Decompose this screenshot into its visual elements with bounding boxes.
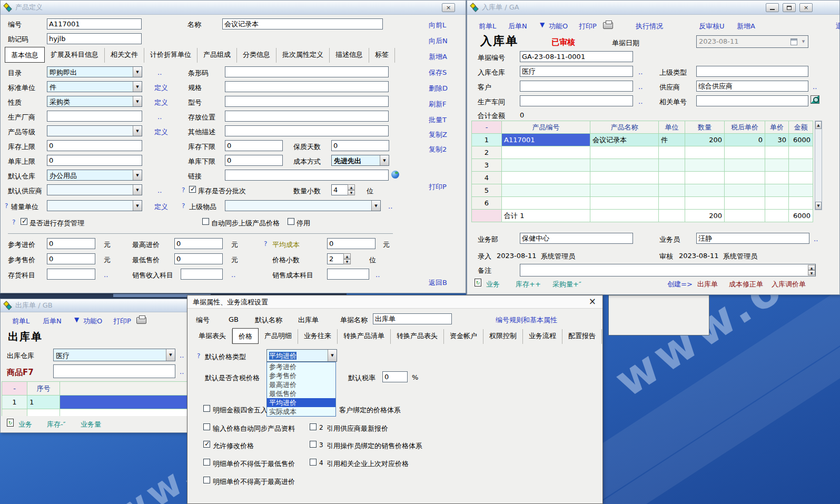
toolbar-functions[interactable]: 功能O <box>83 317 102 326</box>
close-icon[interactable]: × <box>589 296 596 307</box>
toolbar-unaudit[interactable]: 反审核U <box>699 22 725 31</box>
action-print[interactable]: 打印P <box>429 182 447 192</box>
toolbar-execution[interactable]: 执行情况 <box>636 22 663 31</box>
col-select[interactable]: - <box>2 382 27 396</box>
spec-input[interactable] <box>225 81 389 92</box>
round-checkbox[interactable] <box>203 405 210 412</box>
chevron-down-icon[interactable]: ▼ <box>133 126 142 136</box>
ref-sell-input[interactable] <box>47 253 95 264</box>
refresh-doc-icon[interactable]: ↻ <box>7 419 14 427</box>
tab-price[interactable]: 价格 <box>232 328 259 344</box>
dropdown-item-selected[interactable]: 平均进价 <box>267 398 335 407</box>
sync-price-checkbox[interactable] <box>202 218 209 225</box>
note-input[interactable] <box>520 264 816 276</box>
date-picker[interactable]: 2023-08-11 ▼ <box>696 35 808 48</box>
tab-permission[interactable]: 权限控制 <box>483 329 523 344</box>
clerk-input[interactable] <box>696 233 809 244</box>
doc-name-input[interactable] <box>373 313 452 324</box>
footer-stock-link[interactable]: 库存-″ <box>47 420 66 429</box>
tab-workflow[interactable]: 业务流程 <box>523 329 562 344</box>
cost-subject-input[interactable] <box>327 269 369 280</box>
printer-icon[interactable] <box>603 22 613 29</box>
stock-upper-input[interactable] <box>47 140 142 151</box>
other-desc-input[interactable] <box>225 125 389 136</box>
batch-help[interactable]: ? <box>182 186 185 194</box>
action-save[interactable]: 保存S <box>429 68 447 77</box>
warehouse-combo[interactable]: 医疗▼ <box>53 349 175 361</box>
tab-description-info[interactable]: 描述信息 <box>330 48 369 63</box>
action-add[interactable]: 新增A <box>429 52 447 62</box>
action-back[interactable]: 返回B <box>429 278 447 288</box>
table-row[interactable]: 2 <box>472 146 813 159</box>
tab-label[interactable]: 标签 <box>369 48 395 63</box>
toolbar-prev[interactable]: 前单L <box>479 22 496 31</box>
barcode-input[interactable] <box>225 66 389 77</box>
manufacturer-browse-link[interactable]: .. <box>157 113 162 121</box>
toolbar-print[interactable]: 打印P <box>113 317 131 326</box>
toolbar-next[interactable]: 后单N <box>508 22 527 31</box>
col-price[interactable]: 单价 <box>765 121 789 134</box>
catalog-browse-link[interactable]: .. <box>157 68 162 76</box>
supplier-input[interactable] <box>696 81 808 92</box>
parent-type-input[interactable] <box>696 66 808 77</box>
mnemonic-input[interactable] <box>47 33 142 44</box>
qty-decimal-input[interactable] <box>331 184 348 195</box>
chevron-down-icon[interactable]: ▼ <box>133 67 142 77</box>
stock-subject-input[interactable] <box>47 269 95 280</box>
table-row[interactable]: 3 <box>472 159 813 172</box>
toolbar-functions[interactable]: 功能O <box>549 22 568 31</box>
action-copy1[interactable]: 复制Z <box>429 130 447 140</box>
aux-unit-define-link[interactable]: 定义 <box>154 202 168 212</box>
max-price-checkbox[interactable] <box>203 477 210 483</box>
col-amount[interactable]: 金额 <box>789 121 813 134</box>
stock-subject-browse[interactable]: .. <box>104 271 108 279</box>
col-product-name[interactable]: 产品名称 <box>590 121 659 134</box>
price-type-combo[interactable]: 平均进价 ▼ <box>266 349 337 362</box>
refresh-doc-icon[interactable]: ↻ <box>475 279 481 286</box>
dropdown-item[interactable]: 参考进价 <box>267 362 335 371</box>
avg-cost-input[interactable] <box>327 238 375 249</box>
income-subject-browse[interactable]: .. <box>231 271 235 279</box>
price-decimal-stepper[interactable]: ▲▼ <box>343 253 351 264</box>
create-label[interactable]: 创建=> <box>667 280 693 289</box>
footer-purchase-link[interactable]: 采购量+″ <box>552 280 581 289</box>
nature-define-link[interactable]: 定义 <box>154 98 168 107</box>
customer-input[interactable] <box>520 81 633 92</box>
tab-basic-info[interactable]: 基本信息 <box>5 47 45 63</box>
warehouse-input[interactable] <box>520 66 633 77</box>
parent-item-browse-link[interactable]: .. <box>388 202 392 210</box>
action-prev[interactable]: 向前L <box>429 21 446 30</box>
create-cost-fix-link[interactable]: 成本修正单 <box>729 280 763 289</box>
model-input[interactable] <box>225 96 389 107</box>
product-titlebar[interactable]: 产品定义 × <box>1 1 466 15</box>
warehouse-browse[interactable]: .. <box>180 351 184 359</box>
batch-checkbox[interactable] <box>189 186 196 193</box>
close-button[interactable]: × <box>442 3 455 12</box>
tab-batch-attributes[interactable]: 批次属性定义 <box>276 48 330 63</box>
chevron-down-icon[interactable]: ▼ <box>380 155 389 165</box>
chevron-down-icon[interactable]: ▼ <box>133 201 142 211</box>
printer-icon[interactable] <box>136 317 146 324</box>
tab-report-config[interactable]: 配置报告 <box>562 329 602 344</box>
location-input[interactable] <box>225 111 389 122</box>
table-scrollbar[interactable]: ▲ ▼ <box>815 121 822 210</box>
qty-decimal-stepper[interactable]: ▲▼ <box>348 184 355 195</box>
table-row[interactable]: 1 A117001 会议记录本 件 200 0 30 6000 <box>472 134 813 146</box>
dialog-titlebar[interactable]: 单据属性、业务流程设置 × <box>187 295 602 309</box>
tab-business-contacts[interactable]: 业务往来 <box>298 329 338 344</box>
warehouse-browse[interactable]: .. <box>638 68 643 76</box>
tab-extended-info[interactable]: 扩展及科目信息 <box>45 48 105 63</box>
link-input[interactable] <box>225 170 389 181</box>
dropdown-item[interactable]: 实际成本 <box>267 407 335 416</box>
restore-button[interactable] <box>783 3 796 12</box>
default-warehouse-combo[interactable]: 办公用品▼ <box>47 170 142 181</box>
supplier-quote-checkbox[interactable] <box>310 423 317 430</box>
chevron-down-icon[interactable]: ▼ <box>133 170 142 180</box>
magnifier-icon[interactable] <box>811 95 819 104</box>
catalog-combo[interactable]: 即购即出▼ <box>47 66 142 77</box>
income-subject-input[interactable] <box>181 269 223 280</box>
cost-method-combo[interactable]: 先进先出▼ <box>331 155 389 166</box>
toolbar-add[interactable]: 新增A <box>737 22 755 31</box>
related-no-input[interactable] <box>696 95 808 106</box>
col-qty[interactable]: 数量 <box>685 121 725 134</box>
